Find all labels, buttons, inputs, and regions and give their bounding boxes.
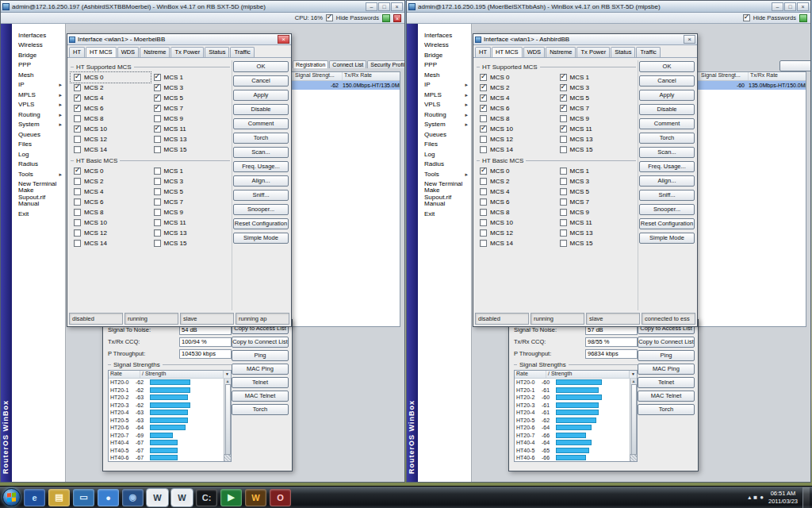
mcs-10-checkbox[interactable]: MCS 10 [477,124,557,134]
uptime-indicator-icon[interactable] [382,14,390,22]
winbox-session-1-icon[interactable]: W [147,489,168,506]
mcs-13-checkbox[interactable]: MCS 13 [151,228,231,238]
disable-button[interactable]: Disable [639,104,695,115]
mcs-2-checkbox[interactable]: MCS 2 [477,176,557,187]
uptime-indicator-icon[interactable] [799,14,807,22]
mcs-6-checkbox[interactable]: MCS 6 [71,197,151,207]
sidebar-item-vpls[interactable]: VPLS [418,100,471,110]
tab-ht-mcs[interactable]: HT MCS [492,47,523,57]
tab-security-profiles[interactable]: Security Profiles [367,60,404,68]
signal-row-ht20-2[interactable]: HT20-2-63 [109,394,224,402]
tab-registration[interactable]: Registration [293,60,328,68]
mcs-3-checkbox[interactable]: MCS 3 [557,176,637,187]
signal-row-ht40-5[interactable]: HT40-5-65 [515,447,630,455]
tab-traffic[interactable]: Traffic [230,47,254,57]
mcs-12-checkbox[interactable]: MCS 12 [71,134,151,144]
sidebar-item-vpls[interactable]: VPLS [12,100,65,110]
opera-icon[interactable]: O [270,489,291,506]
freq-usage-button[interactable]: Freq. Usage... [639,161,695,172]
mcs-6-checkbox[interactable]: MCS 6 [477,197,557,207]
mcs-1-checkbox[interactable]: MCS 1 [557,166,637,176]
freq-usage-button[interactable]: Freq. Usage... [233,161,289,172]
torch-button[interactable]: Torch [232,404,289,415]
window-titlebar[interactable]: admin@172.16.250.195 (MoerBeiSXTbbAsh) -… [407,1,810,13]
mcs-2-checkbox[interactable]: MCS 2 [71,83,151,93]
mac-telnet-button[interactable]: MAC Telnet [638,391,695,402]
sidebar-item-files[interactable]: Files [12,140,65,150]
hide-passwords-checkbox[interactable] [326,14,333,21]
column-menu-icon[interactable] [629,371,637,378]
column-txrx-rate[interactable]: Tx/Rx Rate [343,72,400,80]
signal-row-ht20-5[interactable]: HT20-5-62 [515,417,630,425]
mcs-9-checkbox[interactable]: MCS 9 [151,207,231,217]
apply-button[interactable]: Apply [233,90,289,101]
mcs-3-checkbox[interactable]: MCS 3 [151,176,231,187]
simple-mode-button[interactable]: Simple Mode [639,233,695,244]
tray-icon-0[interactable]: ▴ [748,494,751,501]
mcs-1-checkbox[interactable]: MCS 1 [151,166,231,176]
sidebar-item-interfaces[interactable]: Interfaces [418,30,471,40]
cancel-button[interactable]: Cancel [233,75,289,87]
tab-wds[interactable]: WDS [523,47,546,57]
tab-status[interactable]: Status [611,47,635,57]
signal-row-ht40-4[interactable]: HT40-4-64 [515,439,630,447]
scrollbar-thumb[interactable] [225,384,231,456]
tab-tx-power[interactable]: Tx Power [170,47,204,57]
mcs-8-checkbox[interactable]: MCS 8 [477,207,557,217]
signal-row-ht40-4[interactable]: HT40-4-67 [109,439,224,447]
telnet-button[interactable]: Telnet [232,377,289,388]
close-button[interactable] [797,2,809,11]
column-signal-strength[interactable]: Signal Strengt... [293,72,343,80]
mcs-8-checkbox[interactable]: MCS 8 [71,114,151,124]
sidebar-item-wireless[interactable]: Wireless [418,40,471,51]
align-button[interactable]: Align... [233,175,289,187]
signal-row-ht20-1[interactable]: HT20-1-61 [515,387,630,394]
dialog-close-button[interactable] [278,35,289,44]
mcs-12-checkbox[interactable]: MCS 12 [477,134,557,144]
winbox-session-2-icon[interactable]: W [171,489,193,506]
maximize-button[interactable] [378,2,390,11]
scrollbar-thumb[interactable] [631,384,637,456]
simple-mode-button[interactable]: Simple Mode [233,233,289,244]
copy-to-connect-list-button[interactable]: Copy to Connect List [638,337,695,348]
mcs-9-checkbox[interactable]: MCS 9 [557,207,637,217]
reset-configuration-button[interactable]: Reset Configuration [639,218,695,229]
signal-row-ht40-6[interactable]: HT40-6-66 [515,454,630,462]
mac-ping-button[interactable]: MAC Ping [638,364,695,375]
mcs-15-checkbox[interactable]: MCS 15 [151,238,231,248]
tab-ht[interactable]: HT [69,47,85,57]
mcs-11-checkbox[interactable]: MCS 11 [557,124,637,134]
mcs-4-checkbox[interactable]: MCS 4 [71,93,151,103]
sidebar-item-bridge[interactable]: Bridge [12,50,65,60]
sidebar-item-wireless[interactable]: Wireless [12,40,65,51]
find-button[interactable]: Find [779,60,810,71]
mcs-8-checkbox[interactable]: MCS 8 [477,114,557,124]
mcs-7-checkbox[interactable]: MCS 7 [151,103,231,114]
signal-row-ht20-0[interactable]: HT20-0-60 [515,379,630,387]
mcs-6-checkbox[interactable]: MCS 6 [477,103,557,114]
strength-column-header[interactable]: / Strength [140,371,223,378]
scan-button[interactable]: Scan... [233,147,289,158]
mcs-5-checkbox[interactable]: MCS 5 [557,187,637,197]
signal-row-ht20-7[interactable]: HT20-7-69 [109,432,224,440]
mcs-15-checkbox[interactable]: MCS 15 [151,144,231,155]
clock[interactable]: 06:51 AM 2011/03/23 [768,490,798,505]
mcs-13-checkbox[interactable]: MCS 13 [151,134,231,144]
mcs-9-checkbox[interactable]: MCS 9 [151,114,231,124]
window-titlebar[interactable]: admin@172.16.250.197 (AshbirdSXTBBMoerbe… [1,1,404,13]
mcs-10-checkbox[interactable]: MCS 10 [477,217,557,228]
mcs-10-checkbox[interactable]: MCS 10 [71,124,151,134]
sidebar-item-ppp[interactable]: PPP [418,60,471,71]
sidebar-item-tools[interactable]: Tools [12,169,65,179]
mcs-0-checkbox[interactable]: MCS 0 [477,166,557,176]
mcs-5-checkbox[interactable]: MCS 5 [151,187,231,197]
sidebar-item-queues[interactable]: Queues [418,129,471,140]
mcs-2-checkbox[interactable]: MCS 2 [71,176,151,187]
command-prompt-icon[interactable]: C: [196,489,217,506]
ok-button[interactable]: OK [233,61,289,72]
sidebar-item-ip[interactable]: IP [12,80,65,90]
mcs-14-checkbox[interactable]: MCS 14 [71,238,151,248]
copy-to-connect-list-button[interactable]: Copy to Connect List [232,337,289,348]
mcs-11-checkbox[interactable]: MCS 11 [151,124,231,134]
sidebar-item-ppp[interactable]: PPP [12,60,65,71]
